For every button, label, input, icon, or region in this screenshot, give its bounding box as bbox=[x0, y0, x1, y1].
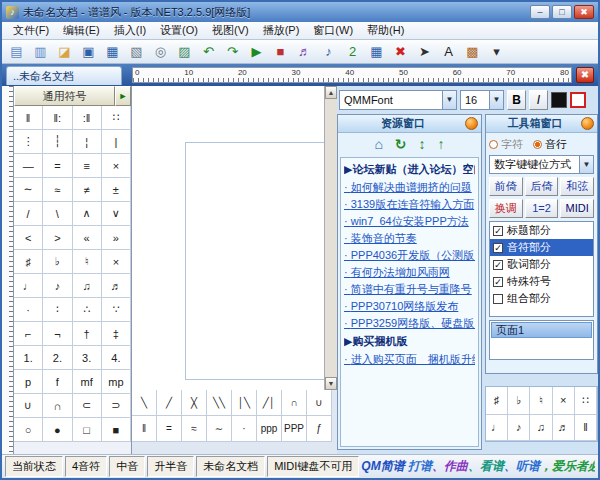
palette-cell[interactable]: ¦ bbox=[73, 130, 102, 154]
document-page[interactable] bbox=[185, 142, 324, 380]
color-swatch-black[interactable] bbox=[551, 92, 567, 108]
quick-symbol-cell[interactable]: ♩ bbox=[486, 415, 508, 442]
palette-cell[interactable]: ● bbox=[43, 418, 72, 442]
resource-link[interactable]: 装饰音的节奏 bbox=[344, 230, 475, 247]
toolbox-button[interactable]: 后倚 bbox=[525, 177, 559, 196]
toolbox-button[interactable]: 1=2 bbox=[525, 199, 559, 218]
vertical-scrollbar[interactable]: ▲ ▼ bbox=[324, 86, 337, 390]
palette-cell[interactable]: mf bbox=[73, 370, 102, 394]
palette-cell[interactable]: 2. bbox=[43, 346, 72, 370]
resource-link[interactable]: win7_64位安装PPP方法 bbox=[344, 213, 475, 230]
bottom-palette-cell[interactable]: ‖ bbox=[132, 416, 157, 442]
maximize-button[interactable]: □ bbox=[552, 5, 572, 19]
color-swatch-red[interactable] bbox=[570, 92, 586, 108]
toolbar-undo-button[interactable]: ↶ bbox=[197, 42, 220, 62]
bottom-palette-cell[interactable]: ∪ bbox=[307, 390, 332, 416]
toolbar-save-button[interactable]: ▣ bbox=[77, 42, 100, 62]
palette-cell[interactable]: ∵ bbox=[102, 298, 131, 322]
palette-cell[interactable]: ∼ bbox=[14, 178, 43, 202]
checkbox-row[interactable]: ✓标题部分 bbox=[490, 222, 593, 239]
palette-cell[interactable]: ∨ bbox=[102, 202, 131, 226]
italic-button[interactable]: I bbox=[529, 90, 548, 110]
resource-section-header[interactable]: ▶购买捆机版 bbox=[344, 332, 475, 351]
resource-link[interactable]: 如何解决曲谱拥挤的问题 bbox=[344, 179, 475, 196]
palette-cell[interactable]: ♫ bbox=[73, 274, 102, 298]
palette-cell[interactable]: ¬ bbox=[43, 322, 72, 346]
palette-cell[interactable]: ± bbox=[102, 178, 131, 202]
scroll-down-icon[interactable]: ▼ bbox=[325, 377, 337, 390]
document-tab[interactable]: ..未命名文档 bbox=[6, 66, 122, 85]
key-mode-combobox[interactable]: 数字键键位方式 ▼ bbox=[489, 155, 594, 174]
palette-cell[interactable]: ♮ bbox=[73, 250, 102, 274]
checkbox-icon[interactable]: ✓ bbox=[493, 243, 503, 253]
resource-link[interactable]: 有何办法增加风雨网 bbox=[344, 264, 475, 281]
palette-cell[interactable]: ○ bbox=[14, 418, 43, 442]
resource-link[interactable]: 进入购买页面 捆机版升级 bbox=[344, 351, 475, 368]
bottom-palette-cell[interactable]: ╱│ bbox=[257, 390, 282, 416]
palette-cell[interactable]: ‖ bbox=[14, 106, 43, 130]
palette-cell[interactable]: ∷ bbox=[102, 106, 131, 130]
toolbar-save-all-button[interactable]: ▦ bbox=[101, 42, 124, 62]
resource-link[interactable]: 3139版在连音符输入方面 bbox=[344, 196, 475, 213]
checkbox-icon[interactable]: ✓ bbox=[493, 260, 503, 270]
palette-cell[interactable]: ∧ bbox=[73, 202, 102, 226]
menu-item[interactable]: 视图(V) bbox=[205, 22, 256, 39]
radio-selected[interactable]: 音行 bbox=[533, 137, 567, 152]
palette-cell[interactable]: = bbox=[43, 154, 72, 178]
font-name-combobox[interactable]: QMMFont ▼ bbox=[339, 90, 457, 110]
palette-cell[interactable]: f bbox=[43, 370, 72, 394]
toolbox-button[interactable]: 和弦 bbox=[560, 177, 594, 196]
quick-symbol-cell[interactable]: ♬ bbox=[553, 415, 575, 442]
bottom-palette-cell[interactable]: ppp bbox=[257, 416, 282, 442]
quick-symbol-cell[interactable]: × bbox=[553, 387, 575, 415]
toolbar-print-preview-button[interactable]: ◎ bbox=[149, 42, 172, 62]
palette-cell[interactable]: mp bbox=[102, 370, 131, 394]
palette-cell[interactable]: □ bbox=[73, 418, 102, 442]
toolbar-midi-button[interactable]: ♬ bbox=[293, 42, 316, 62]
bottom-palette-cell[interactable]: │╲ bbox=[232, 390, 257, 416]
palette-cell[interactable]: ⋮ bbox=[14, 130, 43, 154]
sort-icon[interactable]: ↕ bbox=[419, 136, 426, 152]
checkbox-row[interactable]: ✓音符部分 bbox=[490, 239, 593, 256]
quick-symbol-cell[interactable]: ∷ bbox=[575, 387, 597, 415]
quick-symbol-cell[interactable]: ♮ bbox=[530, 387, 552, 415]
palette-cell[interactable]: × bbox=[102, 250, 131, 274]
bottom-palette-cell[interactable]: ╲╲ bbox=[207, 390, 232, 416]
refresh-icon[interactable]: ↻ bbox=[395, 136, 407, 152]
palette-cell[interactable]: ♩ bbox=[14, 274, 43, 298]
palette-cell[interactable]: ⌐ bbox=[14, 322, 43, 346]
palette-cell[interactable]: :‖ bbox=[73, 106, 102, 130]
menu-item[interactable]: 编辑(E) bbox=[56, 22, 107, 39]
chevron-down-icon[interactable]: ▼ bbox=[579, 156, 593, 173]
palette-cell[interactable]: ⊂ bbox=[73, 394, 102, 418]
palette-cell[interactable]: † bbox=[73, 322, 102, 346]
palette-cell[interactable]: « bbox=[73, 226, 102, 250]
page-item[interactable]: 页面1 bbox=[491, 322, 592, 338]
bottom-palette-cell[interactable]: ╱ bbox=[157, 390, 182, 416]
palette-cell[interactable]: p bbox=[14, 370, 43, 394]
checkbox-icon[interactable]: ✓ bbox=[493, 226, 503, 236]
palette-cell[interactable]: ≈ bbox=[43, 178, 72, 202]
toolbar-stop-button[interactable]: ■ bbox=[269, 42, 292, 62]
toolbar-redo-button[interactable]: ↷ bbox=[221, 42, 244, 62]
toolbar-play-button[interactable]: ▶ bbox=[245, 42, 268, 62]
bottom-palette-cell[interactable]: = bbox=[157, 416, 182, 442]
resource-section-header[interactable]: ▶论坛新贴（进入论坛）空间 bbox=[344, 160, 475, 179]
palette-cell[interactable]: 4. bbox=[102, 346, 131, 370]
quick-symbol-cell[interactable]: ♭ bbox=[508, 387, 530, 415]
palette-cell[interactable]: ♭ bbox=[43, 250, 72, 274]
toolbar-select-tool-button[interactable]: ➤ bbox=[413, 42, 436, 62]
toolbar-insert-note-button[interactable]: ♪ bbox=[317, 42, 340, 62]
up-icon[interactable]: ↑ bbox=[438, 136, 445, 152]
chevron-down-icon[interactable]: ▼ bbox=[442, 91, 456, 109]
close-button[interactable]: ✖ bbox=[574, 5, 594, 19]
bottom-palette-cell[interactable]: ╲ bbox=[132, 390, 157, 416]
toolbar-number-mode-button[interactable]: 2 bbox=[341, 42, 364, 62]
resource-link[interactable]: PPP3259网络版、硬盘版... bbox=[344, 315, 475, 332]
palette-cell[interactable]: 1. bbox=[14, 346, 43, 370]
toolbar-new-from-template-button[interactable]: ▥ bbox=[29, 42, 52, 62]
chevron-down-icon[interactable]: ▼ bbox=[489, 91, 503, 109]
palette-cell[interactable]: ≠ bbox=[73, 178, 102, 202]
palette-cell[interactable]: < bbox=[14, 226, 43, 250]
toolbox-button[interactable]: 前倚 bbox=[489, 177, 523, 196]
